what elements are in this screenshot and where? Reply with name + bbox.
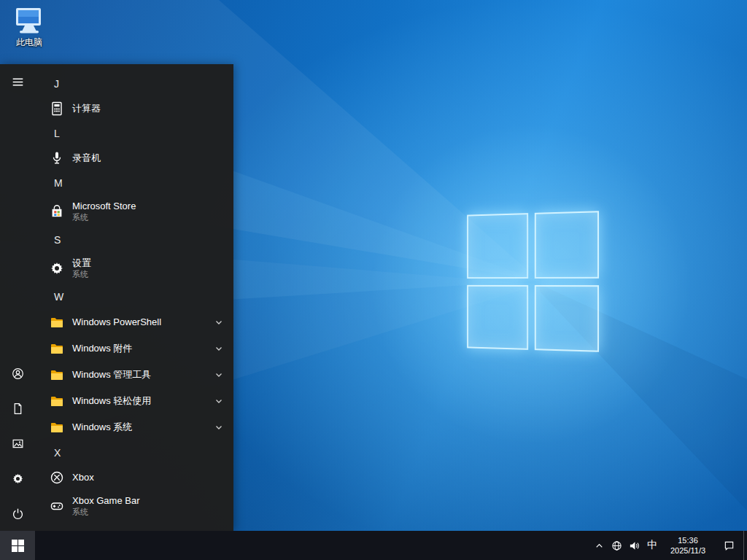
start-button[interactable] xyxy=(0,531,35,560)
clock-date: 2025/11/3 xyxy=(670,545,705,556)
chevron-down-icon xyxy=(214,423,223,432)
calculator-icon xyxy=(50,101,64,116)
pictures-button[interactable] xyxy=(0,426,35,461)
folder-label: Windows 系统 xyxy=(72,421,132,433)
app-section-letter[interactable]: L xyxy=(35,121,233,146)
app-item-xbox-game-bar[interactable]: Xbox Game Bar 系统 xyxy=(35,490,233,522)
taskbar-clock[interactable]: 15:36 2025/11/3 xyxy=(662,531,714,560)
windows-logo-pane xyxy=(467,213,528,278)
app-label: Xbox xyxy=(72,472,94,483)
this-pc-icon xyxy=(13,6,45,35)
folder-icon xyxy=(50,420,64,435)
windows-start-icon xyxy=(12,540,24,552)
windows-logo-pane xyxy=(534,211,599,278)
chevron-down-icon xyxy=(214,318,223,327)
chevron-down-icon xyxy=(214,344,223,353)
hamburger-icon xyxy=(12,76,24,88)
clock-time: 15:36 xyxy=(678,535,698,545)
app-sublabel: 系统 xyxy=(72,508,140,517)
xbox-icon xyxy=(50,470,64,485)
chevron-down-icon xyxy=(214,370,223,379)
network-button[interactable] xyxy=(608,531,625,560)
volume-button[interactable] xyxy=(625,531,643,560)
folder-icon xyxy=(50,394,64,408)
app-label: Xbox Game Bar xyxy=(72,495,140,507)
app-item-xbox[interactable]: Xbox xyxy=(35,465,233,490)
app-section-letter[interactable]: J xyxy=(35,71,233,96)
folder-label: Windows 管理工具 xyxy=(72,369,151,381)
screen: 此电脑 xyxy=(0,0,747,560)
app-label: Microsoft Store xyxy=(72,201,136,212)
app-item-voice-recorder[interactable]: 录音机 xyxy=(35,146,233,171)
section-letter-label: X xyxy=(54,447,61,459)
folder-icon xyxy=(50,341,64,356)
tray-overflow-button[interactable] xyxy=(590,531,608,560)
app-item-settings[interactable]: 设置 系统 xyxy=(35,252,233,284)
microphone-icon xyxy=(50,151,64,166)
store-icon xyxy=(50,204,64,219)
app-section-letter[interactable]: Z xyxy=(35,522,233,531)
folder-item-windows-powershell[interactable]: Windows PowerShell xyxy=(35,309,233,335)
section-letter-label: M xyxy=(54,177,63,189)
expand-menu-button[interactable] xyxy=(0,64,35,99)
folder-icon xyxy=(50,368,64,382)
app-section-letter[interactable]: S xyxy=(35,228,233,252)
power-icon xyxy=(12,508,24,520)
gear-icon xyxy=(12,472,24,485)
globe-network-icon xyxy=(611,540,622,551)
folder-item-windows-ease-of-access[interactable]: Windows 轻松使用 xyxy=(35,388,233,414)
document-icon xyxy=(12,402,24,415)
windows-logo-pane xyxy=(467,284,528,349)
speaker-icon xyxy=(629,540,640,551)
app-label: 计算器 xyxy=(72,103,101,114)
chevron-down-icon xyxy=(214,397,223,405)
ime-indicator[interactable]: 中 xyxy=(643,531,662,560)
windows-logo xyxy=(467,211,599,352)
ime-label: 中 xyxy=(647,539,657,552)
system-tray: 中 15:36 2025/11/3 xyxy=(590,531,747,560)
windows-logo-pane xyxy=(534,285,599,352)
folder-icon xyxy=(50,315,64,330)
start-menu: J 计算器 L 录音机 M Microsoft St xyxy=(0,64,233,531)
folder-label: Windows 轻松使用 xyxy=(72,395,151,407)
folder-item-windows-admin-tools[interactable]: Windows 管理工具 xyxy=(35,362,233,388)
app-label: 录音机 xyxy=(72,152,101,164)
settings-button[interactable] xyxy=(0,461,35,496)
section-letter-label: W xyxy=(54,291,63,303)
section-letter-label: L xyxy=(54,128,60,139)
app-label: 设置 xyxy=(72,257,91,269)
app-section-letter[interactable]: W xyxy=(35,284,233,309)
app-section-letter[interactable]: M xyxy=(35,171,233,195)
app-section-letter[interactable]: X xyxy=(35,440,233,465)
gear-icon xyxy=(50,261,64,276)
section-letter-label: S xyxy=(54,234,61,246)
folder-label: Windows PowerShell xyxy=(72,316,161,328)
app-sublabel: 系统 xyxy=(72,213,136,222)
taskbar: 中 15:36 2025/11/3 xyxy=(0,531,747,560)
power-button[interactable] xyxy=(0,496,35,531)
user-account-button[interactable] xyxy=(0,356,35,391)
section-letter-label: J xyxy=(54,78,59,90)
show-desktop-button[interactable] xyxy=(743,531,747,560)
documents-button[interactable] xyxy=(0,391,35,426)
pictures-icon xyxy=(12,438,24,450)
folder-item-windows-system[interactable]: Windows 系统 xyxy=(35,414,233,440)
desktop-icon-this-pc[interactable]: 此电脑 xyxy=(4,6,54,49)
folder-label: Windows 附件 xyxy=(72,343,132,354)
chevron-up-icon xyxy=(594,540,605,551)
notification-icon xyxy=(724,540,735,551)
app-item-calculator[interactable]: 计算器 xyxy=(35,96,233,121)
start-menu-app-list: J 计算器 L 录音机 M Microsoft St xyxy=(35,64,233,531)
action-center-button[interactable] xyxy=(714,531,743,560)
start-menu-rail xyxy=(0,64,35,531)
app-sublabel: 系统 xyxy=(72,270,91,279)
app-item-microsoft-store[interactable]: Microsoft Store 系统 xyxy=(35,195,233,228)
desktop-icon-label: 此电脑 xyxy=(16,36,42,49)
gamepad-icon xyxy=(50,499,64,513)
user-icon xyxy=(12,368,24,380)
folder-item-windows-accessories[interactable]: Windows 附件 xyxy=(35,335,233,362)
